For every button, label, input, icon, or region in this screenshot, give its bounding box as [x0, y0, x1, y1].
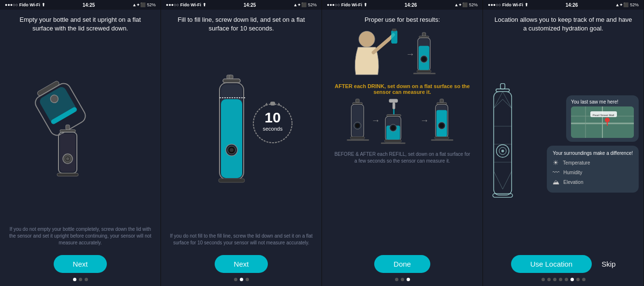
svg-line-86 — [503, 91, 512, 108]
status-time-2: 14:25 — [244, 2, 256, 8]
screen-1: ●●●○○ Fido Wi-Fi ⬆ 14:25 ▲✦⬛ 52% Empty y… — [0, 0, 161, 286]
screen3-main: → AFTER each DRINK, set down on a flat s… — [322, 28, 483, 251]
svg-rect-77 — [494, 91, 512, 195]
svg-line-88 — [503, 171, 512, 189]
status-time-4: 14:26 — [566, 2, 578, 8]
svg-line-79 — [503, 99, 512, 108]
btn-row-4: Use Location Skip — [511, 251, 616, 278]
btn-row-3: Done — [374, 251, 430, 278]
bottom-text-2: If you do not fill to the fill line, scr… — [161, 229, 322, 251]
dots-row-3 — [395, 278, 410, 286]
screen-title-4: Location allows you to keep track of me … — [483, 10, 644, 37]
drink-svg: → — [335, 28, 470, 81]
dot-1-active — [73, 278, 76, 281]
status-left-2: ●●●○○ Fido Wi-Fi ⬆ — [166, 2, 206, 7]
svg-rect-74 — [431, 139, 454, 141]
svg-rect-66 — [440, 99, 443, 103]
screen4-main: You last saw me here! — [483, 37, 644, 251]
dot-3-2 — [401, 278, 404, 281]
surr-temperature: ☀ Temperature — [553, 159, 633, 166]
dot-3-1 — [395, 278, 398, 281]
svg-point-72 — [439, 123, 444, 128]
svg-line-31 — [373, 39, 389, 53]
chat-area: You last saw me here! — [527, 37, 644, 251]
dot-4-2 — [547, 278, 551, 281]
dots-row-4 — [542, 278, 585, 286]
svg-rect-43 — [417, 70, 431, 73]
screen-4: ●●●○○ Fido Wi-Fi ⬆ 14:26 ▲✦⬛ 52% Locatio… — [483, 0, 644, 286]
svg-text:Pearl Street Mall: Pearl Street Mall — [593, 114, 614, 117]
svg-point-62 — [391, 126, 395, 130]
dot-4-7 — [576, 278, 580, 281]
elevation-icon: ⛰ — [553, 178, 559, 186]
svg-point-22 — [230, 148, 234, 152]
status-bar-4: ●●●○○ Fido Wi-Fi ⬆ 14:26 ▲✦⬛ 52% — [483, 0, 644, 10]
svg-rect-8 — [60, 134, 75, 172]
svg-point-91 — [501, 150, 504, 152]
svg-rect-15 — [223, 79, 240, 83]
status-right-3: ▲✦⬛ 52% — [454, 2, 478, 7]
done-button[interactable]: Done — [374, 255, 430, 273]
svg-rect-54 — [389, 99, 398, 103]
chat-text-1: You last saw me here! — [571, 99, 634, 105]
status-left-3: ●●●○○ Fido Wi-Fi ⬆ — [327, 2, 367, 7]
status-right-4: ▲✦⬛ 52% — [615, 2, 639, 7]
svg-rect-63 — [384, 140, 401, 142]
svg-point-42 — [422, 57, 426, 61]
svg-text:10: 10 — [264, 109, 280, 125]
dot-4-active — [571, 278, 574, 281]
dot-2-3 — [246, 278, 249, 281]
humidity-icon: 〰 — [553, 168, 559, 176]
bottle-area-4 — [483, 37, 527, 251]
svg-rect-14 — [229, 75, 233, 79]
svg-rect-48 — [352, 105, 363, 137]
surr-title: Your surroundings make a difference! — [553, 151, 633, 156]
map-svg: Pearl Street Mall — [571, 106, 634, 138]
svg-point-98 — [605, 118, 610, 122]
dot-1-3 — [85, 278, 88, 281]
status-bar-1: ●●●○○ Fido Wi-Fi ⬆ 14:25 ▲✦⬛ 52% — [0, 0, 161, 10]
dot-4-1 — [542, 278, 545, 281]
bottle-fill-svg: 10 seconds — [178, 70, 304, 196]
bottle-empty-svg — [17, 72, 143, 188]
svg-rect-76 — [496, 89, 510, 91]
svg-rect-64 — [381, 143, 405, 144]
temperature-icon: ☀ — [553, 159, 559, 166]
screen-title-2: Fill to fill line, screw down lid, and s… — [161, 10, 322, 37]
surr-elevation-label: Elevation — [563, 180, 583, 185]
refill-svg: → → — [335, 97, 470, 150]
svg-line-87 — [494, 171, 503, 189]
next-button-2[interactable]: Next — [215, 255, 268, 273]
surr-humidity-label: Humidity — [563, 170, 582, 175]
svg-rect-44 — [413, 73, 436, 75]
svg-text:→: → — [420, 115, 429, 125]
svg-text:seconds: seconds — [263, 126, 283, 132]
dot-4-5 — [565, 278, 568, 281]
surr-elevation: ⛰ Elevation — [553, 178, 633, 186]
svg-rect-18 — [221, 99, 242, 178]
svg-line-78 — [494, 99, 503, 108]
dot-4-3 — [553, 278, 556, 281]
dot-2-active — [240, 278, 243, 281]
status-bar-2: ●●●○○ Fido Wi-Fi ⬆ 14:25 ▲✦⬛ 52% — [161, 0, 322, 10]
screen-2: ●●●○○ Fido Wi-Fi ⬆ 14:25 ▲✦⬛ 52% Fill to… — [161, 0, 322, 286]
svg-rect-45 — [356, 99, 359, 103]
use-location-button[interactable]: Use Location — [511, 255, 592, 273]
svg-point-11 — [66, 157, 69, 160]
surr-humidity: 〰 Humidity — [553, 168, 633, 176]
svg-rect-75 — [500, 83, 505, 89]
svg-line-85 — [494, 91, 503, 108]
screen-title-1: Empty your bottle and set it upright on … — [0, 10, 161, 37]
svg-point-50 — [355, 123, 360, 128]
svg-text:→: → — [406, 49, 414, 59]
svg-rect-73 — [435, 137, 449, 139]
dots-row-2 — [234, 278, 249, 286]
status-right-2: ▲✦⬛ 52% — [293, 2, 317, 7]
svg-rect-36 — [422, 32, 425, 36]
surroundings-bubble: Your surroundings make a difference! ☀ T… — [547, 146, 639, 193]
next-button-1[interactable]: Next — [54, 255, 107, 273]
skip-button[interactable]: Skip — [601, 260, 615, 268]
screen-title-3: Proper use for best results: — [355, 10, 450, 28]
svg-rect-55 — [393, 103, 395, 109]
svg-rect-51 — [351, 137, 365, 139]
